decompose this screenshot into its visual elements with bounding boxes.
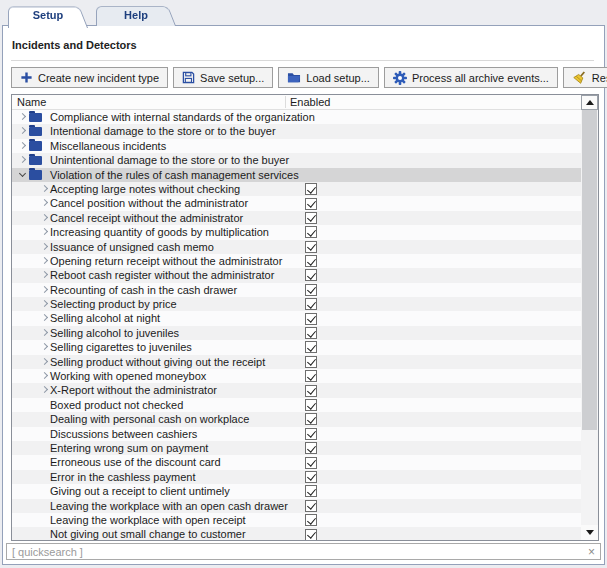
chevron-right-icon[interactable]	[19, 142, 26, 149]
enabled-checkbox[interactable]	[305, 529, 317, 540]
chevron-right-icon[interactable]	[19, 127, 26, 134]
enabled-checkbox[interactable]	[305, 284, 317, 296]
chevron-right-icon[interactable]	[41, 386, 48, 393]
tree-row[interactable]: Unintentional damage to the store or to …	[12, 153, 581, 167]
process-archive-button[interactable]: Process all archive events...	[384, 67, 558, 88]
scroll-down-button[interactable]	[581, 525, 598, 540]
tree-row[interactable]: Giving out a receipt to client untimely	[12, 484, 581, 498]
enabled-checkbox[interactable]	[305, 198, 317, 210]
tree-row[interactable]: Cancel receipt without the administrator	[12, 211, 581, 225]
tree-row[interactable]: Not giving out small change to customer	[12, 527, 581, 540]
enabled-checkbox[interactable]	[305, 298, 317, 310]
tree-row[interactable]: X-Report without the administrator	[12, 383, 581, 397]
save-setup-button[interactable]: Save setup...	[173, 67, 273, 88]
enabled-checkbox[interactable]	[305, 399, 317, 411]
enabled-checkbox[interactable]	[305, 269, 317, 281]
tree-row[interactable]: Increasing quantity of goods by multipli…	[12, 225, 581, 239]
scrollbar-thumb[interactable]	[582, 110, 597, 430]
tree-row[interactable]: Compliance with internal standards of th…	[12, 110, 581, 124]
enabled-cell	[285, 311, 317, 325]
reset-defaults-label: Reset to defaults	[592, 72, 607, 84]
chevron-right-icon[interactable]	[41, 185, 48, 192]
chevron-right-icon[interactable]	[41, 242, 48, 249]
tree-row[interactable]: Error in the cashless payment	[12, 470, 581, 484]
quicksearch-field[interactable]: [ quicksearch ] ×	[6, 543, 601, 560]
chevron-right-icon[interactable]	[41, 343, 48, 350]
enabled-checkbox[interactable]	[305, 500, 317, 512]
tree-row[interactable]: Reboot cash register without the adminis…	[12, 268, 581, 282]
tree-row[interactable]: Selling cigarettes to juveniles	[12, 340, 581, 354]
enabled-checkbox[interactable]	[305, 514, 317, 526]
enabled-checkbox[interactable]	[305, 183, 317, 195]
enabled-checkbox[interactable]	[305, 241, 317, 253]
enabled-checkbox[interactable]	[305, 356, 317, 368]
chevron-right-icon[interactable]	[41, 286, 48, 293]
table-header: Name Enabled	[12, 95, 598, 110]
enabled-checkbox[interactable]	[305, 212, 317, 224]
row-label: Entering wrong sum on payment	[50, 442, 208, 455]
tab-setup[interactable]: Setup	[8, 4, 88, 26]
enabled-checkbox[interactable]	[305, 471, 317, 483]
enabled-checkbox[interactable]	[305, 341, 317, 353]
column-header-name[interactable]: Name	[17, 96, 46, 108]
tree-row[interactable]: Leaving the workplace with an open cash …	[12, 499, 581, 513]
enabled-checkbox[interactable]	[305, 413, 317, 425]
vertical-scrollbar[interactable]	[581, 95, 598, 540]
clear-search-icon[interactable]: ×	[588, 546, 595, 558]
tree-row[interactable]: Selling product without giving out the r…	[12, 355, 581, 369]
enabled-checkbox[interactable]	[305, 457, 317, 469]
tree-row[interactable]: Accepting large notes without checking	[12, 182, 581, 196]
tree-row[interactable]: Discussions between cashiers	[12, 427, 581, 441]
tree-row[interactable]: Erroneous use of the discount card	[12, 455, 581, 469]
row-label: Not giving out small change to customer	[50, 528, 246, 540]
tree-row[interactable]: Dealing with personal cash on workplace	[12, 412, 581, 426]
tab-help[interactable]: Help	[96, 4, 176, 26]
row-label: Selling alcohol at night	[50, 312, 160, 325]
chevron-right-icon[interactable]	[41, 257, 48, 264]
section-divider	[11, 60, 594, 61]
create-incident-button[interactable]: Create new incident type	[11, 67, 168, 88]
enabled-checkbox[interactable]	[305, 327, 317, 339]
chevron-right-icon[interactable]	[41, 214, 48, 221]
tree-row[interactable]: Selling alcohol to juveniles	[12, 326, 581, 340]
enabled-checkbox[interactable]	[305, 485, 317, 497]
tree-row[interactable]: Opening return receipt without the admin…	[12, 254, 581, 268]
enabled-checkbox[interactable]	[305, 442, 317, 454]
tree-row[interactable]: Intentional damage to the store or to th…	[12, 124, 581, 138]
enabled-checkbox[interactable]	[305, 428, 317, 440]
chevron-right-icon[interactable]	[41, 372, 48, 379]
tree-row[interactable]: Issuance of unsigned cash memo	[12, 240, 581, 254]
tab-setup-label: Setup	[8, 4, 88, 26]
load-setup-button[interactable]: Load setup...	[278, 67, 379, 88]
enabled-checkbox[interactable]	[305, 313, 317, 325]
reset-defaults-button[interactable]: Reset to defaults	[563, 67, 607, 88]
tree-row[interactable]: Recounting of cash in the cash drawer	[12, 283, 581, 297]
column-header-enabled[interactable]: Enabled	[290, 96, 330, 108]
chevron-right-icon[interactable]	[41, 300, 48, 307]
enabled-checkbox[interactable]	[305, 226, 317, 238]
tree-row[interactable]: Boxed product not checked	[12, 398, 581, 412]
tree-row[interactable]: Entering wrong sum on payment	[12, 441, 581, 455]
tree-row[interactable]: Leaving the workplace with open receipt	[12, 513, 581, 527]
chevron-right-icon[interactable]	[41, 314, 48, 321]
chevron-right-icon[interactable]	[19, 156, 26, 163]
chevron-right-icon[interactable]	[41, 271, 48, 278]
chevron-right-icon[interactable]	[41, 358, 48, 365]
enabled-cell	[285, 412, 317, 426]
chevron-right-icon[interactable]	[41, 228, 48, 235]
chevron-right-icon[interactable]	[41, 329, 48, 336]
chevron-right-icon[interactable]	[41, 199, 48, 206]
tree-row[interactable]: Working with opened moneybox	[12, 369, 581, 383]
tree-row[interactable]: Selecting product by price	[12, 297, 581, 311]
tree-row[interactable]: Miscellaneous incidents	[12, 139, 581, 153]
chevron-right-icon[interactable]	[19, 113, 26, 120]
enabled-checkbox[interactable]	[305, 385, 317, 397]
enabled-checkbox[interactable]	[305, 255, 317, 267]
tree-row[interactable]: Selling alcohol at night	[12, 311, 581, 325]
enabled-checkbox[interactable]	[305, 370, 317, 382]
scroll-up-button[interactable]	[581, 95, 598, 110]
tree-row[interactable]: Violation of the rules of cash managemen…	[12, 168, 581, 182]
chevron-down-icon[interactable]	[19, 170, 26, 177]
tree-row[interactable]: Cancel position without the administrato…	[12, 196, 581, 210]
enabled-cell	[285, 355, 317, 369]
